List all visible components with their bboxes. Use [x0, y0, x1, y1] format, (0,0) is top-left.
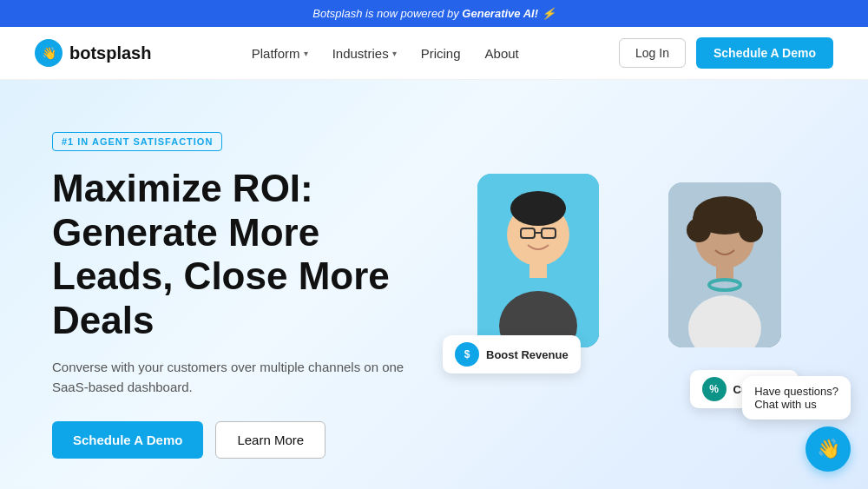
boost-revenue-badge: $ Boost Revenue [443, 335, 581, 373]
chat-line1: Have questions? [754, 385, 838, 398]
boost-revenue-icon: $ [455, 342, 479, 367]
svg-point-14 [736, 208, 757, 229]
hero-content: #1 IN AGENT SATISFACTION Maximize ROI: G… [52, 132, 443, 459]
hero-buttons: Schedule A Demo Learn More [52, 421, 443, 459]
schedule-demo-button-hero[interactable]: Schedule A Demo [52, 421, 203, 459]
logo-icon: 👋 [35, 39, 62, 67]
nav-links: Platform ▾ Industries ▾ Pricing About [252, 46, 519, 61]
banner-text-bold: Generative AI! [462, 7, 538, 20]
person-card-2 [668, 182, 781, 347]
cut-costs-icon: % [702, 377, 727, 401]
hero-subtitle: Converse with your customers over multip… [52, 358, 443, 397]
login-button[interactable]: Log In [619, 38, 686, 68]
svg-point-13 [693, 208, 713, 229]
chat-bubble: Have questions? Chat with us [742, 376, 851, 420]
svg-rect-15 [716, 264, 733, 280]
chat-line2: Chat with us [754, 398, 838, 411]
chat-icon: 👋 [817, 438, 840, 460]
nav-link-platform[interactable]: Platform ▾ [252, 46, 308, 61]
nav-item-industries[interactable]: Industries ▾ [332, 46, 397, 61]
hero-badge: #1 IN AGENT SATISFACTION [52, 132, 222, 151]
chat-widget[interactable]: Have questions? Chat with us 👋 [742, 376, 851, 472]
nav-link-about[interactable]: About [485, 46, 519, 61]
svg-point-5 [510, 191, 566, 226]
nav-item-pricing[interactable]: Pricing [421, 46, 461, 61]
navbar: 👋 botsplash Platform ▾ Industries ▾ Pric… [0, 27, 868, 80]
nav-actions: Log In Schedule A Demo [619, 37, 833, 69]
chevron-down-icon: ▾ [304, 49, 308, 58]
logo-text: botsplash [69, 43, 151, 63]
nav-link-pricing[interactable]: Pricing [421, 46, 461, 61]
nav-item-platform[interactable]: Platform ▾ [252, 46, 308, 61]
nav-link-industries[interactable]: Industries ▾ [332, 46, 397, 61]
chat-button[interactable]: 👋 [806, 426, 851, 472]
schedule-demo-button-nav[interactable]: Schedule A Demo [696, 37, 833, 69]
banner-emoji: ⚡ [542, 7, 556, 20]
svg-rect-7 [529, 261, 547, 278]
learn-more-button[interactable]: Learn More [215, 421, 326, 459]
person-card-1 [477, 174, 599, 347]
boost-revenue-label: Boost Revenue [486, 348, 569, 361]
banner-text-prefix: Botsplash is now powered by [312, 7, 462, 20]
hero-title: Maximize ROI: Generate More Leads, Close… [52, 167, 443, 342]
logo[interactable]: 👋 botsplash [35, 39, 151, 67]
top-banner: Botsplash is now powered by Generative A… [0, 0, 868, 27]
hero-section: #1 IN AGENT SATISFACTION Maximize ROI: G… [0, 80, 868, 489]
chevron-down-icon: ▾ [392, 49, 397, 58]
nav-item-about[interactable]: About [485, 46, 519, 61]
